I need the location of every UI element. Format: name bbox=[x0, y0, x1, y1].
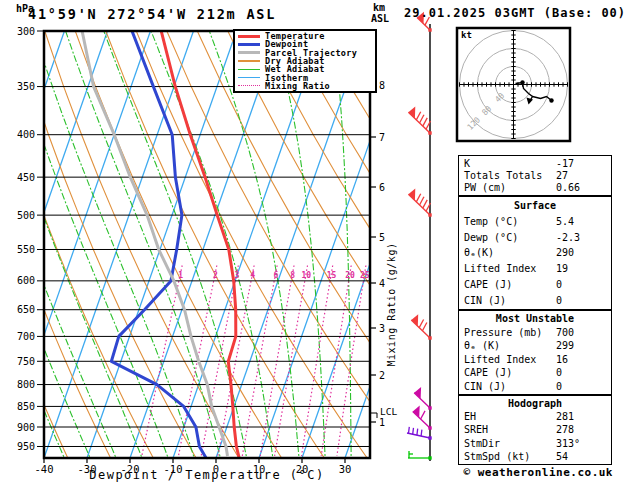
panel-box-hodograph: HodographEH281SREH278StmDir313°StmSpd (k… bbox=[458, 395, 612, 465]
mixing-ratio-label: 20 bbox=[345, 271, 355, 280]
km-tick-label: 2 bbox=[379, 370, 385, 381]
legend-swatch-dewpoint bbox=[238, 43, 260, 46]
panel-row-label: Temp (°C) bbox=[464, 216, 518, 227]
panel-row-label: Totals Totals bbox=[464, 170, 542, 181]
pressure-unit-label: hPa bbox=[16, 3, 34, 14]
wind-barb bbox=[408, 107, 431, 135]
panel-title: Surface bbox=[464, 200, 611, 211]
panel-row-label: θₑ (K) bbox=[464, 340, 500, 351]
km-tick-label: 7 bbox=[379, 132, 385, 143]
panel-row: StmSpd (kt)54 bbox=[464, 451, 611, 462]
panel-row-value: 5.4 bbox=[556, 216, 574, 227]
hodograph-ring-label: 40 bbox=[493, 91, 506, 104]
hodograph-trace bbox=[533, 97, 552, 101]
panel-box-most-unstable: Most UnstablePressure (mb)700θₑ (K)299Li… bbox=[458, 310, 612, 395]
legend-swatch-wet-adiabat bbox=[238, 69, 260, 71]
chart-legend: TemperatureDewpointParcel TrajectoryDry … bbox=[233, 29, 377, 93]
panel-row-label: K bbox=[464, 158, 470, 169]
panel-row-value: 0 bbox=[556, 295, 562, 306]
pressure-tick-label: 350 bbox=[17, 81, 35, 92]
panel-row: CAPE (J)0 bbox=[464, 367, 611, 378]
km-tick-label: 3 bbox=[379, 323, 385, 334]
legend-item: Mixing Ratio bbox=[238, 82, 375, 90]
km-tick-label: 5 bbox=[379, 232, 385, 243]
km-tick-label: 4 bbox=[379, 278, 385, 289]
panel-row-label: StmSpd (kt) bbox=[464, 451, 530, 462]
plot-border bbox=[44, 31, 370, 458]
panel-row-value: 299 bbox=[556, 340, 574, 351]
mixing-ratio-label: 6 bbox=[273, 271, 278, 280]
panel-row-value: 54 bbox=[556, 451, 568, 462]
panel-row-value: 0.66 bbox=[556, 182, 580, 193]
panel-row: θₑ (K)299 bbox=[464, 340, 611, 351]
panel-row: CIN (J)0 bbox=[464, 381, 611, 392]
km-tick-label: 1 bbox=[379, 417, 385, 428]
panel-row-label: CIN (J) bbox=[464, 295, 506, 306]
panel-row-label: Pressure (mb) bbox=[464, 327, 542, 338]
pressure-tick-label: 550 bbox=[17, 244, 35, 255]
hodograph-inset: 4080120 bbox=[457, 28, 570, 141]
legend-label: Mixing Ratio bbox=[265, 82, 330, 90]
panel-row: Temp (°C)5.4 bbox=[464, 216, 611, 227]
pressure-tick-label: 750 bbox=[17, 356, 35, 367]
panel-row: Pressure (mb)700 bbox=[464, 327, 611, 338]
panel-row: Lifted Index19 bbox=[464, 263, 611, 274]
legend-swatch-dry-adiabat bbox=[238, 60, 260, 62]
station-title: 41°59'N 272°54'W 212m ASL bbox=[28, 6, 276, 22]
pressure-tick-label: 500 bbox=[17, 210, 35, 221]
panel-row-value: 0 bbox=[556, 367, 562, 378]
wind-barb bbox=[408, 189, 431, 217]
hodograph-ring-label: 120 bbox=[466, 115, 483, 132]
panel-title: Hodograph bbox=[464, 398, 611, 409]
skewt-sounding-page: { "header": { "station": "41°59'N 272°54… bbox=[0, 0, 629, 486]
pressure-tick-label: 650 bbox=[17, 304, 35, 315]
panel-row-label: SREH bbox=[464, 424, 488, 435]
panel-row-label: Lifted Index bbox=[464, 354, 536, 365]
mixing-ratio-label: 8 bbox=[290, 271, 295, 280]
panel-row-label: CIN (J) bbox=[464, 381, 506, 392]
panel-row-value: 313° bbox=[556, 438, 580, 449]
legend-swatch-mixing-ratio bbox=[238, 85, 260, 86]
panel-row-value: -17 bbox=[556, 158, 574, 169]
pressure-axis: 3003504004505005506006507007508008509009… bbox=[17, 26, 44, 452]
mixing-ratio-label: 3 bbox=[235, 271, 240, 280]
run-datetime: 29.01.2025 03GMT (Base: 00) bbox=[404, 6, 626, 20]
panel-row: StmDir313° bbox=[464, 438, 611, 449]
panel-row: EH281 bbox=[464, 411, 611, 422]
panel-row-value: 16 bbox=[556, 354, 568, 365]
lcl-label: LCL bbox=[380, 406, 397, 417]
mixing-ratio-label: 10 bbox=[301, 271, 311, 280]
mixing-ratio-label: 1 bbox=[178, 271, 183, 280]
altitude-asl-label: ASL bbox=[371, 13, 389, 24]
panel-row: PW (cm)0.66 bbox=[464, 182, 611, 193]
hodograph-ring-label: 80 bbox=[480, 104, 493, 117]
panel-row-value: 0 bbox=[556, 279, 562, 290]
panel-row-value: 19 bbox=[556, 263, 568, 274]
panel-row: CAPE (J)0 bbox=[464, 279, 611, 290]
panel-row: θₑ(K)290 bbox=[464, 247, 611, 258]
mixing-ratio-axis-label: Mixing Ratio (g/kg) bbox=[386, 230, 397, 380]
wind-barb bbox=[407, 427, 432, 440]
panel-row-value: 700 bbox=[556, 327, 574, 338]
hodograph-unit-label: kt bbox=[461, 30, 472, 40]
panel-box-indices: K-17Totals Totals27PW (cm)0.66 bbox=[458, 155, 612, 196]
credit-link[interactable]: © weatheronline.co.uk bbox=[398, 466, 613, 479]
panel-row-label: CAPE (J) bbox=[464, 367, 512, 378]
panel-row-label: CAPE (J) bbox=[464, 279, 512, 290]
wind-barb bbox=[414, 387, 432, 410]
pressure-tick-label: 600 bbox=[17, 275, 35, 286]
pressure-tick-label: 800 bbox=[17, 379, 35, 390]
km-tick-label: 6 bbox=[379, 182, 385, 193]
panel-row-label: θₑ(K) bbox=[464, 247, 494, 258]
panel-title: Most Unstable bbox=[464, 313, 611, 324]
wind-barb bbox=[411, 314, 431, 339]
legend-swatch-temperature bbox=[238, 35, 260, 38]
panel-row-label: EH bbox=[464, 411, 476, 422]
dewpoint-curve bbox=[111, 31, 206, 458]
panel-row: K-17 bbox=[464, 158, 611, 169]
panel-row: Dewp (°C)-2.3 bbox=[464, 232, 611, 243]
mixing-ratio-label: 15 bbox=[327, 271, 337, 280]
legend-swatch-parcel-trajectory bbox=[238, 51, 260, 54]
mixing-ratio-label: 2 bbox=[213, 271, 218, 280]
panel-box-surface: SurfaceTemp (°C)5.4Dewp (°C)-2.3θₑ(K)290… bbox=[458, 196, 612, 310]
